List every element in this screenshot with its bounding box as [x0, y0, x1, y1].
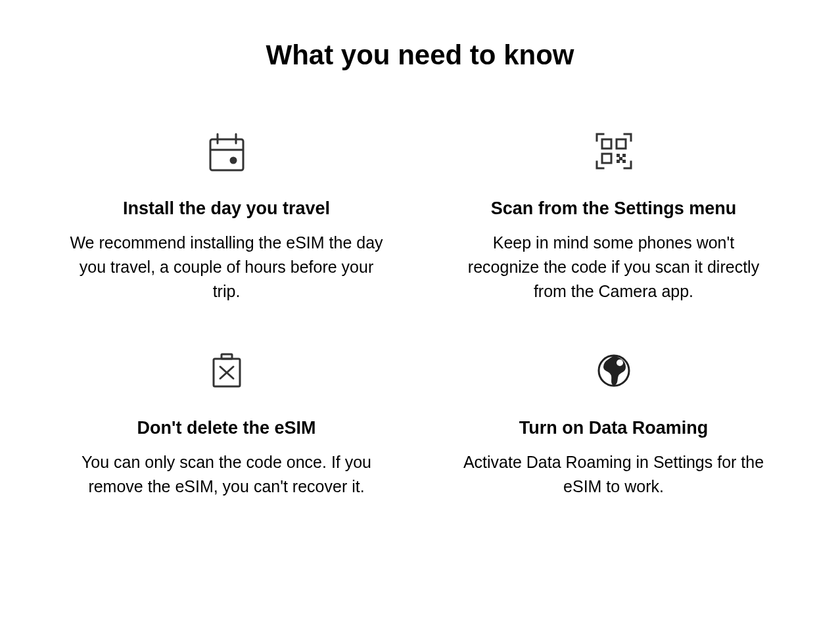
svg-rect-0: [210, 139, 243, 170]
svg-rect-5: [602, 139, 611, 149]
svg-point-4: [229, 157, 237, 164]
svg-rect-6: [617, 139, 626, 149]
card-body: Activate Data Roaming in Settings for th…: [456, 450, 772, 499]
card-heading: Scan from the Settings menu: [491, 198, 737, 219]
qr-scan-icon: [593, 130, 635, 172]
info-card-roaming: Turn on Data Roaming Activate Data Roami…: [440, 350, 787, 499]
page-title: What you need to know: [53, 39, 787, 71]
globe-icon: [593, 350, 635, 392]
card-body: You can only scan the code once. If you …: [69, 450, 385, 499]
svg-rect-8: [617, 154, 620, 157]
svg-rect-7: [602, 154, 611, 163]
card-heading: Don't delete the eSIM: [137, 418, 316, 438]
info-card-dont-delete: Don't delete the eSIM You can only scan …: [53, 350, 400, 499]
svg-point-18: [617, 359, 623, 366]
delete-x-icon: [206, 350, 248, 392]
info-card-scan: Scan from the Settings menu Keep in mind…: [440, 130, 787, 304]
card-heading: Turn on Data Roaming: [519, 418, 709, 438]
svg-rect-14: [222, 354, 232, 359]
card-heading: Install the day you travel: [123, 198, 330, 219]
card-body: Keep in mind some phones won't recognize…: [456, 231, 772, 304]
svg-rect-12: [622, 160, 626, 163]
calendar-event-icon: [206, 130, 248, 172]
info-grid: Install the day you travel We recommend …: [53, 130, 787, 499]
svg-rect-11: [617, 160, 620, 163]
svg-rect-9: [622, 154, 626, 157]
card-body: We recommend installing the eSIM the day…: [69, 231, 385, 304]
info-card-install: Install the day you travel We recommend …: [53, 130, 400, 304]
